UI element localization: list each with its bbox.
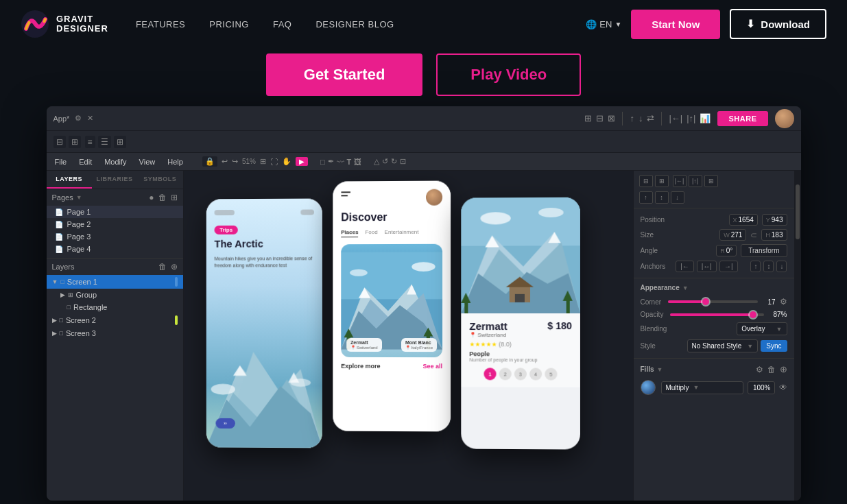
valign-top-btn[interactable]: ↑ <box>639 191 653 204</box>
menu-modify[interactable]: Modify <box>104 158 126 166</box>
canvas-area[interactable]: Trips The Arctic Mountain hikes give you… <box>184 171 633 501</box>
play-video-button[interactable]: Play Video <box>436 53 581 96</box>
menu-view[interactable]: View <box>139 158 156 166</box>
anchor-top-btn[interactable]: ↑ <box>750 261 761 272</box>
rect-tool[interactable]: □ <box>320 158 325 166</box>
layer-group[interactable]: ▶ ⊞ Group <box>47 289 183 301</box>
layer-screen2[interactable]: ▶ □ Screen 2 <box>47 313 183 327</box>
align-icon-1[interactable]: ⊞ <box>584 113 592 123</box>
align-center-icon[interactable]: ⊞ <box>69 136 81 148</box>
start-now-button[interactable]: Start Now <box>631 10 720 39</box>
dist-right-btn[interactable]: |↑| <box>689 175 702 187</box>
corner-slider[interactable] <box>668 300 757 303</box>
sync-button[interactable]: Sync <box>761 340 787 352</box>
anchor-mid-btn[interactable]: ↕ <box>763 261 774 272</box>
menu-file[interactable]: File <box>55 158 67 166</box>
expand-icon[interactable]: ⛶ <box>270 158 278 166</box>
opacity-slider[interactable] <box>670 313 763 316</box>
position-y-value[interactable]: 943 <box>772 216 783 224</box>
rotate-right-icon[interactable]: ↻ <box>391 157 397 166</box>
anchor-bot-btn[interactable]: ↓ <box>776 261 787 272</box>
blend-mode-select[interactable]: Multiply ▼ <box>661 381 743 394</box>
corner-settings-icon[interactable]: ⚙ <box>780 297 787 307</box>
pen-tool[interactable]: ✒ <box>328 157 334 166</box>
page-1[interactable]: 📄 Page 1 <box>47 206 183 218</box>
text-tool[interactable]: T <box>347 158 352 166</box>
nav-blog[interactable]: DESIGNER BLOG <box>315 19 394 29</box>
dist-left-btn[interactable]: |←| <box>673 175 687 187</box>
align-icon-3[interactable]: ⊠ <box>608 113 615 123</box>
delete-page-icon[interactable]: 🗑 <box>158 193 167 202</box>
rotate-left-icon[interactable]: ↺ <box>382 157 388 166</box>
anchor-left-btn[interactable]: |← <box>676 261 694 272</box>
page-2[interactable]: 📄 Page 2 <box>47 218 183 230</box>
scrollbar[interactable] <box>794 171 801 501</box>
nav-faq[interactable]: FAQ <box>273 19 292 29</box>
share-button[interactable]: SHARE <box>717 111 767 126</box>
nav-pricing[interactable]: PRICING <box>209 19 249 29</box>
tab-layers[interactable]: LAYERS <box>47 171 92 189</box>
logo[interactable]: GRAVIT DESIGNER <box>21 10 108 38</box>
distribute-icon-1[interactable]: |←| <box>669 113 682 123</box>
path-tool[interactable]: 〰 <box>337 158 344 166</box>
layer-screen1[interactable]: ▼ □ Screen 1 <box>47 275 183 289</box>
valign-mid-btn[interactable]: ↕ <box>655 191 669 204</box>
tool-icon-1[interactable]: ↑ <box>630 113 634 123</box>
tool-icon-2[interactable]: ↓ <box>639 113 643 123</box>
redo-icon[interactable]: ↪ <box>232 157 238 166</box>
image-tool[interactable]: 🖼 <box>354 158 361 166</box>
tool-icon-3[interactable]: ⇄ <box>647 113 654 123</box>
distribute-icon-2[interactable]: |↑| <box>687 113 695 123</box>
fill-visibility-icon[interactable]: 👁 <box>779 383 787 392</box>
zoom-fit-icon[interactable]: ⊞ <box>260 157 266 166</box>
add-layer-icon[interactable]: ⊕ <box>171 262 178 272</box>
hand-icon[interactable]: ✋ <box>282 157 291 166</box>
triangle-tool[interactable]: △ <box>374 157 379 166</box>
style-select[interactable]: No Shared Style ▼ <box>687 339 759 352</box>
valign-bot-btn[interactable]: ↓ <box>671 191 684 204</box>
align-top-btn[interactable]: ⊟ <box>639 175 653 187</box>
align-mid-btn[interactable]: ⊞ <box>655 175 669 187</box>
menu-edit[interactable]: Edit <box>79 158 92 166</box>
position-x-value[interactable]: 1654 <box>739 216 754 224</box>
tab-libraries[interactable]: LIBRARIES <box>92 171 137 189</box>
anchor-center-btn[interactable]: |↔| <box>697 261 717 272</box>
align-icon-2[interactable]: ⊟ <box>596 113 604 123</box>
download-button[interactable]: ⬇ Download <box>730 9 826 39</box>
delete-layer-icon[interactable]: 🗑 <box>158 262 167 272</box>
fill-opacity-input[interactable]: 100% <box>748 381 775 394</box>
angle-r-value[interactable]: 0° <box>726 247 733 254</box>
page-3[interactable]: 📄 Page 3 <box>47 230 183 243</box>
blending-select[interactable]: Overlay ▼ <box>737 322 787 335</box>
transform-icon[interactable]: ⊡ <box>400 157 406 166</box>
dist-grid-icon[interactable]: ⊞ <box>114 136 126 148</box>
layer-screen3[interactable]: ▶ □ Screen 3 <box>47 327 183 339</box>
anchor-right-btn[interactable]: →| <box>719 261 738 272</box>
scrollbar-thumb[interactable] <box>796 184 800 239</box>
undo-icon[interactable]: ↩ <box>222 157 228 166</box>
lock-icon[interactable]: 🔒 <box>202 156 217 167</box>
more-pages-icon[interactable]: ⊞ <box>171 193 178 202</box>
add-page-icon[interactable]: ● <box>149 193 154 202</box>
fills-add-icon[interactable]: ⊕ <box>780 364 787 374</box>
close-icon[interactable]: ✕ <box>87 114 93 123</box>
chart-icon[interactable]: 📊 <box>700 113 711 123</box>
nav-features[interactable]: FEATURES <box>136 19 185 29</box>
size-w-value[interactable]: 271 <box>731 231 743 239</box>
get-started-button[interactable]: Get Started <box>266 53 423 96</box>
transform-button[interactable]: Transform <box>741 244 787 257</box>
align-left-icon[interactable]: ⊟ <box>53 136 66 148</box>
fills-settings-icon[interactable]: ⚙ <box>756 365 763 374</box>
page-4[interactable]: 📄 Page 4 <box>47 243 183 255</box>
fill-circle[interactable] <box>641 380 656 395</box>
menu-help[interactable]: Help <box>167 158 183 166</box>
dist-h-icon[interactable]: ≡ <box>85 136 95 148</box>
tab-symbols[interactable]: SYMBOLS <box>137 171 182 189</box>
select-icon[interactable]: ▶ <box>296 157 308 166</box>
layer-rectangle[interactable]: □ Rectangle <box>47 301 183 313</box>
lang-selector[interactable]: 🌐 EN ▼ <box>586 19 621 29</box>
fills-delete-icon[interactable]: 🗑 <box>767 365 776 374</box>
dist-v-icon[interactable]: ☰ <box>98 136 111 148</box>
dist-both-btn[interactable]: ⊞ <box>704 175 718 187</box>
size-h-value[interactable]: 183 <box>772 231 783 239</box>
